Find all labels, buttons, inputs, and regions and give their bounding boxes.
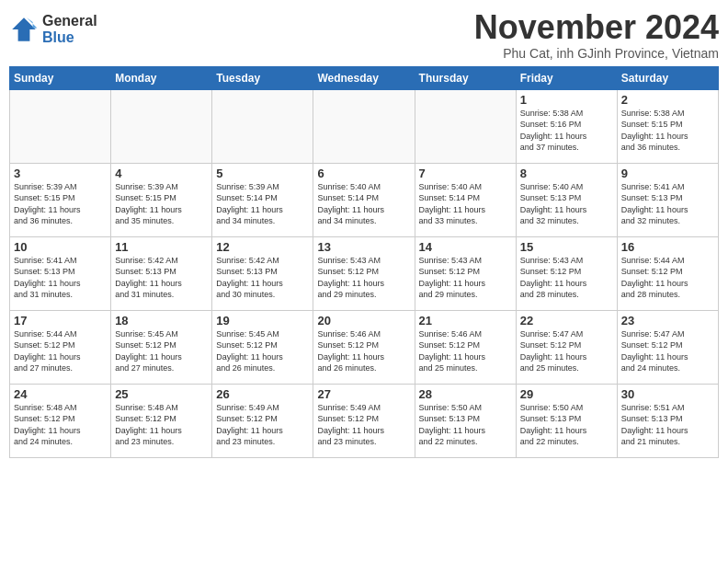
day-number: 18 — [115, 314, 208, 327]
day-info: Sunrise: 5:44 AM Sunset: 5:12 PM Dayligh… — [14, 328, 107, 374]
calendar-cell — [10, 89, 111, 163]
day-info: Sunrise: 5:50 AM Sunset: 5:13 PM Dayligh… — [419, 402, 512, 448]
week-row-1: 3Sunrise: 5:39 AM Sunset: 5:15 PM Daylig… — [10, 163, 719, 236]
day-number: 13 — [317, 240, 410, 254]
page-header: General Blue November 2024 Phu Cat, inh … — [9, 9, 719, 61]
week-row-4: 24Sunrise: 5:48 AM Sunset: 5:12 PM Dayli… — [10, 384, 719, 457]
day-number: 21 — [419, 314, 512, 327]
calendar-cell: 1Sunrise: 5:38 AM Sunset: 5:16 PM Daylig… — [516, 89, 617, 163]
calendar-cell: 9Sunrise: 5:41 AM Sunset: 5:13 PM Daylig… — [617, 163, 718, 236]
day-number: 11 — [115, 240, 208, 254]
day-number: 3 — [14, 167, 107, 180]
logo-blue-text: Blue — [42, 29, 97, 46]
day-info: Sunrise: 5:48 AM Sunset: 5:12 PM Dayligh… — [14, 402, 107, 448]
calendar-cell: 5Sunrise: 5:39 AM Sunset: 5:14 PM Daylig… — [212, 163, 313, 236]
calendar-cell: 12Sunrise: 5:42 AM Sunset: 5:13 PM Dayli… — [212, 236, 313, 310]
day-number: 23 — [621, 314, 714, 327]
day-number: 22 — [520, 314, 613, 327]
header-monday: Monday — [111, 66, 212, 89]
day-info: Sunrise: 5:45 AM Sunset: 5:12 PM Dayligh… — [216, 328, 309, 374]
day-number: 17 — [14, 314, 107, 327]
day-number: 25 — [115, 387, 208, 401]
logo-icon — [9, 15, 39, 44]
header-tuesday: Tuesday — [212, 66, 313, 89]
calendar-cell — [111, 89, 212, 163]
calendar-cell: 24Sunrise: 5:48 AM Sunset: 5:12 PM Dayli… — [10, 384, 111, 457]
day-number: 6 — [317, 167, 410, 180]
header-saturday: Saturday — [617, 66, 718, 89]
day-number: 4 — [115, 167, 208, 180]
day-info: Sunrise: 5:49 AM Sunset: 5:12 PM Dayligh… — [317, 402, 410, 448]
calendar-cell: 22Sunrise: 5:47 AM Sunset: 5:12 PM Dayli… — [516, 310, 617, 384]
day-number: 14 — [419, 240, 512, 254]
calendar-cell: 29Sunrise: 5:50 AM Sunset: 5:13 PM Dayli… — [516, 384, 617, 457]
logo: General Blue — [9, 13, 97, 45]
header-friday: Friday — [516, 66, 617, 89]
day-info: Sunrise: 5:47 AM Sunset: 5:12 PM Dayligh… — [520, 328, 613, 374]
title-block: November 2024 Phu Cat, inh GJinh Provinc… — [474, 9, 719, 61]
calendar-cell: 28Sunrise: 5:50 AM Sunset: 5:13 PM Dayli… — [415, 384, 516, 457]
day-number: 12 — [216, 240, 309, 254]
calendar-cell: 6Sunrise: 5:40 AM Sunset: 5:14 PM Daylig… — [313, 163, 415, 236]
day-info: Sunrise: 5:38 AM Sunset: 5:15 PM Dayligh… — [621, 108, 714, 154]
week-row-3: 17Sunrise: 5:44 AM Sunset: 5:12 PM Dayli… — [10, 310, 719, 384]
calendar-cell: 13Sunrise: 5:43 AM Sunset: 5:12 PM Dayli… — [313, 236, 415, 310]
day-info: Sunrise: 5:44 AM Sunset: 5:12 PM Dayligh… — [621, 255, 714, 301]
day-info: Sunrise: 5:45 AM Sunset: 5:12 PM Dayligh… — [115, 328, 208, 374]
day-number: 2 — [621, 93, 714, 107]
day-info: Sunrise: 5:43 AM Sunset: 5:12 PM Dayligh… — [520, 255, 613, 301]
calendar-cell: 3Sunrise: 5:39 AM Sunset: 5:15 PM Daylig… — [10, 163, 111, 236]
calendar-cell: 2Sunrise: 5:38 AM Sunset: 5:15 PM Daylig… — [617, 89, 718, 163]
month-title: November 2024 — [474, 9, 719, 46]
day-number: 7 — [419, 167, 512, 180]
day-info: Sunrise: 5:46 AM Sunset: 5:12 PM Dayligh… — [317, 328, 410, 374]
day-info: Sunrise: 5:40 AM Sunset: 5:13 PM Dayligh… — [520, 181, 613, 227]
calendar-cell — [212, 89, 313, 163]
location-subtitle: Phu Cat, inh GJinh Province, Vietnam — [474, 46, 719, 61]
day-number: 16 — [621, 240, 714, 254]
day-number: 20 — [317, 314, 410, 327]
week-row-0: 1Sunrise: 5:38 AM Sunset: 5:16 PM Daylig… — [10, 89, 719, 163]
day-number: 26 — [216, 387, 309, 401]
calendar-cell: 4Sunrise: 5:39 AM Sunset: 5:15 PM Daylig… — [111, 163, 212, 236]
calendar-cell: 8Sunrise: 5:40 AM Sunset: 5:13 PM Daylig… — [516, 163, 617, 236]
svg-marker-0 — [12, 17, 36, 41]
calendar-cell: 27Sunrise: 5:49 AM Sunset: 5:12 PM Dayli… — [313, 384, 415, 457]
day-number: 19 — [216, 314, 309, 327]
calendar-cell: 16Sunrise: 5:44 AM Sunset: 5:12 PM Dayli… — [617, 236, 718, 310]
calendar-cell — [415, 89, 516, 163]
day-number: 29 — [520, 387, 613, 401]
calendar-header-row: SundayMondayTuesdayWednesdayThursdayFrid… — [10, 66, 719, 89]
day-info: Sunrise: 5:49 AM Sunset: 5:12 PM Dayligh… — [216, 402, 309, 448]
day-number: 5 — [216, 167, 309, 180]
calendar-cell: 19Sunrise: 5:45 AM Sunset: 5:12 PM Dayli… — [212, 310, 313, 384]
calendar-table: SundayMondayTuesdayWednesdayThursdayFrid… — [9, 66, 719, 458]
calendar-cell: 20Sunrise: 5:46 AM Sunset: 5:12 PM Dayli… — [313, 310, 415, 384]
calendar-cell: 23Sunrise: 5:47 AM Sunset: 5:12 PM Dayli… — [617, 310, 718, 384]
day-info: Sunrise: 5:42 AM Sunset: 5:13 PM Dayligh… — [216, 255, 309, 301]
logo-general-text: General — [42, 13, 97, 29]
header-wednesday: Wednesday — [313, 66, 415, 89]
day-info: Sunrise: 5:47 AM Sunset: 5:12 PM Dayligh… — [621, 328, 714, 374]
day-info: Sunrise: 5:42 AM Sunset: 5:13 PM Dayligh… — [115, 255, 208, 301]
day-info: Sunrise: 5:43 AM Sunset: 5:12 PM Dayligh… — [419, 255, 512, 301]
day-info: Sunrise: 5:51 AM Sunset: 5:13 PM Dayligh… — [621, 402, 714, 448]
day-number: 27 — [317, 387, 410, 401]
calendar-cell: 7Sunrise: 5:40 AM Sunset: 5:14 PM Daylig… — [415, 163, 516, 236]
calendar-cell: 10Sunrise: 5:41 AM Sunset: 5:13 PM Dayli… — [10, 236, 111, 310]
day-info: Sunrise: 5:43 AM Sunset: 5:12 PM Dayligh… — [317, 255, 410, 301]
day-number: 10 — [14, 240, 107, 254]
header-sunday: Sunday — [10, 66, 111, 89]
header-thursday: Thursday — [415, 66, 516, 89]
calendar-cell: 14Sunrise: 5:43 AM Sunset: 5:12 PM Dayli… — [415, 236, 516, 310]
calendar-cell: 21Sunrise: 5:46 AM Sunset: 5:12 PM Dayli… — [415, 310, 516, 384]
week-row-2: 10Sunrise: 5:41 AM Sunset: 5:13 PM Dayli… — [10, 236, 719, 310]
day-info: Sunrise: 5:50 AM Sunset: 5:13 PM Dayligh… — [520, 402, 613, 448]
day-number: 1 — [520, 93, 613, 107]
day-info: Sunrise: 5:48 AM Sunset: 5:12 PM Dayligh… — [115, 402, 208, 448]
day-number: 28 — [419, 387, 512, 401]
calendar-cell: 15Sunrise: 5:43 AM Sunset: 5:12 PM Dayli… — [516, 236, 617, 310]
calendar-cell: 25Sunrise: 5:48 AM Sunset: 5:12 PM Dayli… — [111, 384, 212, 457]
day-number: 8 — [520, 167, 613, 180]
calendar-cell: 30Sunrise: 5:51 AM Sunset: 5:13 PM Dayli… — [617, 384, 718, 457]
